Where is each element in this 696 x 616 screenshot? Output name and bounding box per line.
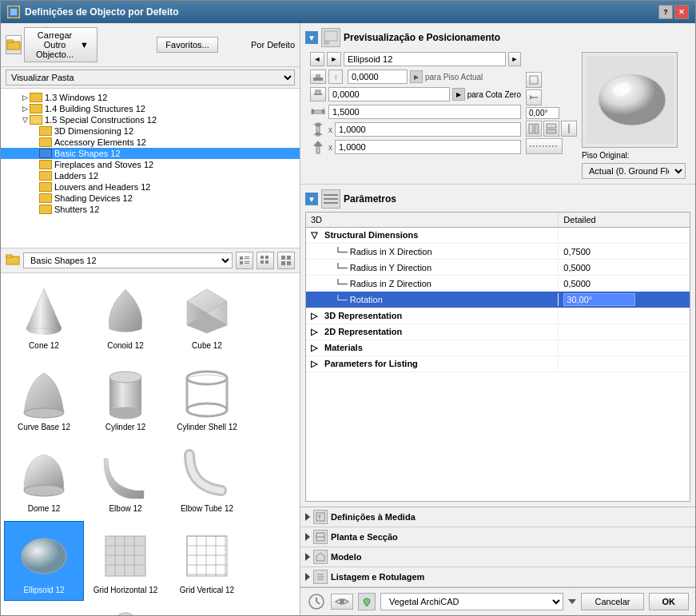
para-piso-label: para Piso Actual: [425, 73, 483, 81]
grid-item-cone[interactable]: Cone 12: [4, 276, 84, 356]
floor-dropdown[interactable]: Actual (0. Ground Floor): [582, 163, 686, 179]
ctrl-btn-3[interactable]: [526, 121, 542, 137]
view-list-btn[interactable]: [236, 252, 253, 269]
tree-item-accessory[interactable]: Accessory Elements 12: [1, 137, 300, 148]
svg-rect-71: [530, 76, 538, 84]
size-x-value[interactable]: [328, 105, 521, 119]
model-label: Modelo: [331, 552, 362, 562]
tree-item-special[interactable]: ▽ 1.5 Special Constructions 12: [1, 114, 300, 125]
grid-item-dome[interactable]: Dome 12: [4, 439, 84, 519]
grid-item-cylindershell[interactable]: Cylinder Shell 12: [167, 358, 247, 438]
svg-point-26: [24, 408, 64, 418]
tree-item-windows[interactable]: ▷ 1.3 Windows 12: [1, 92, 300, 103]
rotation-row: [526, 107, 577, 119]
tree-item-fireplaces[interactable]: Fireplaces and Stoves 12: [1, 159, 300, 170]
tree-item-3d-dim[interactable]: 3D Dimensioning 12: [1, 125, 300, 137]
rotation-param-input[interactable]: [563, 293, 635, 306]
svg-rect-74: [529, 124, 533, 133]
tree-item-ladders[interactable]: Ladders 12: [1, 170, 300, 181]
eye-button[interactable]: [331, 594, 353, 610]
plan-arrow: [305, 533, 310, 541]
params-row-2d-rep[interactable]: ▷ 2D Representation: [306, 324, 690, 340]
params-row-listing[interactable]: ▷ Parameters for Listing: [306, 356, 690, 372]
grid-item-sphere2[interactable]: Skewed Cone 12: [86, 602, 165, 615]
ctrl-btn-6[interactable]: [526, 138, 563, 154]
params-row-radius-y[interactable]: └─ Radius in Y Direction 0,5000: [306, 260, 690, 276]
grid-item-pyramid[interactable]: Pyramid 12: [4, 602, 84, 615]
plant-select[interactable]: Vegetal ArchiCAD: [380, 593, 563, 610]
grid-item-triangle[interactable]: Prism 12: [167, 602, 247, 615]
ctrl-btn-1[interactable]: [526, 72, 542, 88]
params-row-3d-rep[interactable]: ▷ 3D Representation: [306, 308, 690, 324]
folder-view-btn[interactable]: [6, 35, 22, 54]
close-button[interactable]: ✕: [674, 5, 689, 19]
floor-actual-value[interactable]: [348, 70, 408, 84]
view-large-btn[interactable]: [277, 252, 295, 269]
grid-item-gridvertical[interactable]: Grid Vertical 12: [167, 521, 247, 601]
bottom-sections: Definições à Medida Planta e Secção Mode…: [300, 507, 695, 587]
bottom-section-model[interactable]: Modelo: [300, 547, 695, 567]
load-object-button[interactable]: Carregar Outro Objecto... ▼: [24, 27, 97, 62]
grid-item-elbow[interactable]: Elbow 12: [86, 439, 165, 519]
svg-point-28: [109, 372, 141, 383]
bottom-section-listing[interactable]: Listagem e Rotulagem: [300, 567, 695, 587]
help-button[interactable]: ?: [658, 5, 673, 19]
grid-item-ellipsoid[interactable]: Ellipsoid 12: [4, 521, 84, 601]
grid-item-cylinder[interactable]: Cylinder 12: [86, 358, 165, 438]
view-folder-select[interactable]: Visualizar Pasta: [6, 70, 295, 85]
params-row-radius-z[interactable]: └─ Radius in Z Direction 0,5000: [306, 276, 690, 292]
bottom-section-custom[interactable]: Definições à Medida: [300, 507, 695, 527]
cota-zero-value[interactable]: [328, 87, 450, 101]
size-y-icon: [310, 140, 326, 154]
nav-name-row: ◄ ► ►: [310, 52, 521, 66]
params-row-structural[interactable]: ▽ Structural Dimensions: [306, 228, 690, 244]
tree-item-building[interactable]: ▷ 1.4 Building Structures 12: [1, 103, 300, 114]
svg-rect-6: [240, 256, 243, 260]
tree-item-shading[interactable]: Shading Devices 12: [1, 193, 300, 204]
cylinder-label: Cylinder 12: [105, 423, 146, 431]
ctrl-btn-2[interactable]: [526, 89, 542, 105]
folder-icon-windows: [30, 93, 42, 102]
height-icon1: ↕: [328, 70, 343, 84]
rotation-input[interactable]: [526, 107, 559, 119]
params-header: ▼ Parâmetros: [305, 189, 690, 209]
favorites-button[interactable]: Favoritos...: [157, 37, 217, 53]
object-name-input[interactable]: [344, 52, 506, 66]
plant-arrow: [568, 599, 576, 604]
preview-toggle[interactable]: ▼: [305, 31, 318, 44]
params-row-materials[interactable]: ▷ Materials: [306, 340, 690, 356]
svg-rect-43: [187, 536, 227, 576]
svg-point-98: [340, 599, 344, 604]
ctrl-btn-5[interactable]: [561, 121, 577, 137]
gridhorizontal-label: Grid Horizontal 12: [93, 586, 158, 594]
svg-rect-70: [316, 146, 320, 153]
view-grid-btn[interactable]: [257, 252, 274, 269]
cancel-button[interactable]: Cancelar: [581, 593, 643, 610]
tree-item-louvers[interactable]: Louvers and Headers 12: [1, 181, 300, 193]
grid-item-cube[interactable]: Cube 12: [167, 276, 247, 356]
ctrl-btn-4[interactable]: [543, 121, 559, 137]
size-y-value[interactable]: [335, 140, 521, 154]
grid-item-gridhorizontal[interactable]: Grid Horizontal 12: [86, 521, 165, 601]
ok-button[interactable]: OK: [649, 593, 690, 610]
preview-left: ◄ ► ► ↕ ▶: [310, 52, 521, 179]
name-arrow-btn[interactable]: ►: [508, 52, 521, 66]
library-dropdown[interactable]: Basic Shapes 12: [23, 252, 233, 268]
size-z-value[interactable]: [335, 122, 521, 137]
top-toolbar: Carregar Outro Objecto... ▼ Favoritos...…: [1, 23, 300, 67]
bottom-section-plan[interactable]: Planta e Secção: [300, 527, 695, 547]
grid-item-conoid[interactable]: Conoid 12: [86, 276, 165, 356]
svg-point-81: [599, 74, 666, 125]
params-toggle[interactable]: ▼: [305, 193, 318, 205]
radius-z-value: 0,5000: [559, 277, 690, 290]
params-row-rotation[interactable]: └─ Rotation: [306, 292, 690, 308]
grid-item-curvebase[interactable]: Curve Base 12: [4, 358, 84, 438]
nav-next-btn[interactable]: ►: [327, 52, 341, 66]
nav-prev-btn[interactable]: ◄: [310, 52, 324, 66]
tree-item-basic-shapes[interactable]: Basic Shapes 12: [1, 148, 300, 159]
preview-body: ◄ ► ► ↕ ▶: [305, 52, 690, 179]
svg-point-30: [187, 372, 227, 384]
tree-item-shutters[interactable]: Shutters 12: [1, 204, 300, 215]
params-row-radius-x[interactable]: └─ Radius in X Direction 0,7500: [306, 244, 690, 260]
grid-item-elbowtube[interactable]: Elbow Tube 12: [167, 439, 247, 519]
